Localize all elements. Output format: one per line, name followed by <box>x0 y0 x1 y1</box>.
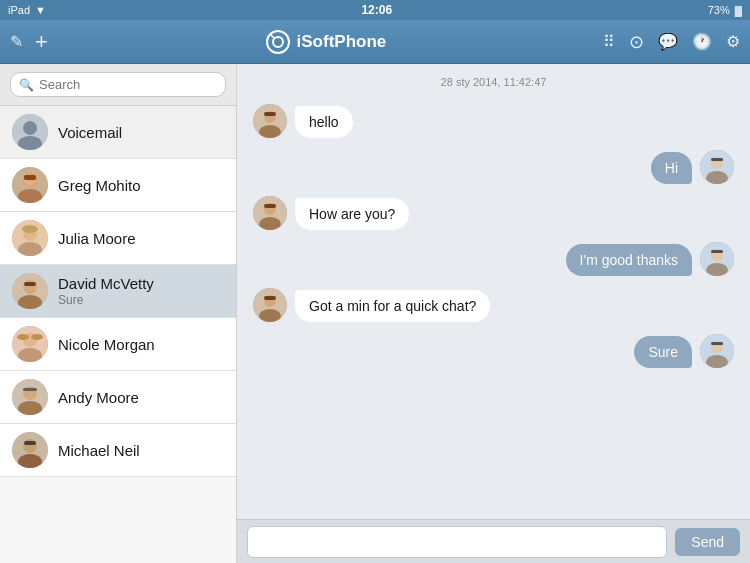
svg-rect-10 <box>24 175 36 180</box>
contacts-icon[interactable]: ⊙ <box>629 31 644 53</box>
time-label: 12:06 <box>361 3 392 17</box>
message-avatar-4 <box>700 242 734 276</box>
contact-item-nicole[interactable]: Nicole Morgan <box>0 318 236 371</box>
avatar-greg <box>12 167 48 203</box>
add-contact-icon[interactable]: + <box>35 29 48 55</box>
contact-info-greg: Greg Mohito <box>58 177 224 194</box>
svg-rect-31 <box>24 441 36 445</box>
svg-line-2 <box>270 34 274 38</box>
status-bar: iPad ▼ 12:06 73% ▓ <box>0 0 750 20</box>
search-input[interactable] <box>39 77 217 92</box>
svg-rect-18 <box>24 282 36 286</box>
contact-item-voicemail[interactable]: Voicemail <box>0 106 236 159</box>
contact-name-greg: Greg Mohito <box>58 177 224 194</box>
search-bar: 🔍 <box>0 64 236 106</box>
message-avatar-6 <box>700 334 734 368</box>
svg-rect-43 <box>264 204 276 208</box>
main-content: 🔍 Voicemail <box>0 64 750 563</box>
grid-icon[interactable]: ⠿ <box>603 32 615 51</box>
message-avatar-1 <box>253 104 287 138</box>
contact-item-andy[interactable]: Andy Moore <box>0 371 236 424</box>
settings-icon[interactable]: ⚙ <box>726 32 740 51</box>
message-row-6: Sure <box>253 334 734 368</box>
contact-name-nicole: Nicole Morgan <box>58 336 224 353</box>
message-row-1: hello <box>253 104 734 138</box>
message-row-2: Hi <box>253 150 734 184</box>
chat-area: 28 sty 2014, 11:42:47 hello Hi <box>237 64 750 563</box>
contact-item-david[interactable]: David McVetty Sure <box>0 265 236 318</box>
chat-timestamp: 28 sty 2014, 11:42:47 <box>237 64 750 96</box>
contact-list: Voicemail Greg Mohito <box>0 106 236 563</box>
svg-rect-47 <box>711 250 723 253</box>
messages-icon[interactable]: 💬 <box>658 32 678 51</box>
contact-status-david: Sure <box>58 293 224 307</box>
wifi-icon: ▼ <box>35 4 46 16</box>
contact-item-michael[interactable]: Michael Neil <box>0 424 236 477</box>
chat-messages: hello Hi <box>237 96 750 519</box>
message-avatar-3 <box>253 196 287 230</box>
svg-rect-55 <box>711 342 723 345</box>
svg-rect-39 <box>711 158 723 161</box>
sidebar: 🔍 Voicemail <box>0 64 237 563</box>
nav-bar: ✎ + iSoftPhone ⠿ ⊙ 💬 🕐 ⚙ <box>0 20 750 64</box>
battery-label: 73% <box>708 4 730 16</box>
message-row-5: Got a min for a quick chat? <box>253 288 734 322</box>
nav-bar-left: ✎ + <box>10 29 48 55</box>
contact-info-david: David McVetty Sure <box>58 275 224 307</box>
svg-point-4 <box>23 121 37 135</box>
avatar-michael <box>12 432 48 468</box>
contact-name-andy: Andy Moore <box>58 389 224 406</box>
svg-point-23 <box>31 334 43 340</box>
svg-point-1 <box>273 37 283 47</box>
contact-name-julia: Julia Moore <box>58 230 224 247</box>
svg-point-14 <box>22 225 38 233</box>
contact-item-julia[interactable]: Julia Moore <box>0 212 236 265</box>
contact-name-david: David McVetty <box>58 275 224 292</box>
message-bubble-5: Got a min for a quick chat? <box>295 290 490 322</box>
status-left: iPad ▼ <box>8 4 46 16</box>
message-bubble-4: I'm good thanks <box>566 244 692 276</box>
history-icon[interactable]: 🕐 <box>692 32 712 51</box>
message-bubble-2: Hi <box>651 152 692 184</box>
search-input-wrap[interactable]: 🔍 <box>10 72 226 97</box>
nav-bar-right: ⠿ ⊙ 💬 🕐 ⚙ <box>603 31 740 53</box>
carrier-label: iPad <box>8 4 30 16</box>
message-bubble-6: Sure <box>634 336 692 368</box>
edit-icon[interactable]: ✎ <box>10 32 23 51</box>
avatar-nicole <box>12 326 48 362</box>
search-icon: 🔍 <box>19 78 34 92</box>
avatar-julia <box>12 220 48 256</box>
message-row-4: I'm good thanks <box>253 242 734 276</box>
app-title: iSoftPhone <box>297 32 387 52</box>
svg-point-22 <box>17 334 29 340</box>
contact-info-nicole: Nicole Morgan <box>58 336 224 353</box>
svg-rect-35 <box>264 112 276 116</box>
nav-center: iSoftPhone <box>265 29 387 55</box>
contact-name-michael: Michael Neil <box>58 442 224 459</box>
message-bubble-3: How are you? <box>295 198 409 230</box>
contact-name-voicemail: Voicemail <box>58 124 224 141</box>
contact-item-greg[interactable]: Greg Mohito <box>0 159 236 212</box>
chat-input-field[interactable] <box>247 526 667 558</box>
message-avatar-2 <box>700 150 734 184</box>
svg-rect-51 <box>264 296 276 300</box>
contact-info-julia: Julia Moore <box>58 230 224 247</box>
contact-info-andy: Andy Moore <box>58 389 224 406</box>
chat-input-bar: Send <box>237 519 750 563</box>
app-logo-icon <box>265 29 291 55</box>
svg-rect-27 <box>23 388 37 391</box>
avatar-david <box>12 273 48 309</box>
battery-icon: ▓ <box>735 5 742 16</box>
avatar-andy <box>12 379 48 415</box>
message-avatar-5 <box>253 288 287 322</box>
status-right: 73% ▓ <box>708 4 742 16</box>
send-button[interactable]: Send <box>675 528 740 556</box>
contact-info-michael: Michael Neil <box>58 442 224 459</box>
avatar-voicemail <box>12 114 48 150</box>
message-row-3: How are you? <box>253 196 734 230</box>
message-bubble-1: hello <box>295 106 353 138</box>
contact-info-voicemail: Voicemail <box>58 124 224 141</box>
